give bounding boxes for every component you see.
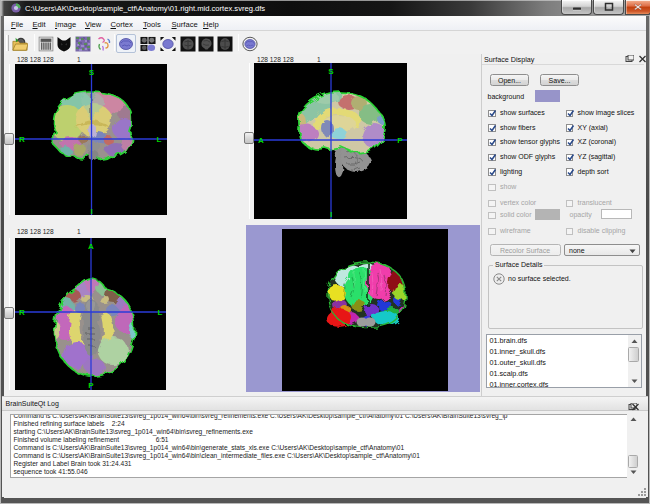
svg-text:P: P bbox=[397, 136, 403, 145]
svg-text:P: P bbox=[88, 381, 94, 390]
svg-text:I: I bbox=[330, 210, 332, 219]
svg-text:S: S bbox=[328, 67, 334, 76]
svg-text:R: R bbox=[19, 308, 25, 317]
svg-text:A: A bbox=[258, 136, 264, 145]
svg-text:L: L bbox=[157, 135, 162, 144]
svg-text:A: A bbox=[88, 242, 94, 251]
svg-text:L: L bbox=[158, 308, 163, 317]
svg-text:R: R bbox=[19, 135, 25, 144]
svg-text:S: S bbox=[89, 68, 95, 77]
svg-text:I: I bbox=[90, 207, 92, 215]
